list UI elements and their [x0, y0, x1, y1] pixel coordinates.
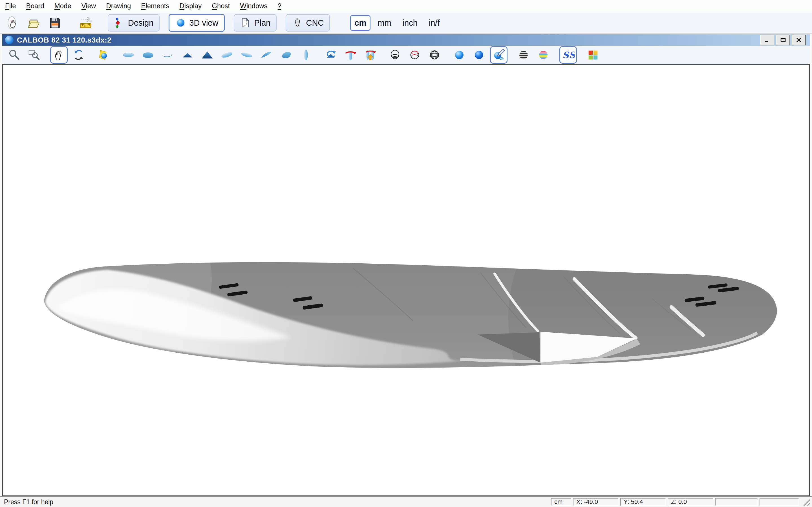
canvas-3d-viewport[interactable] [2, 64, 810, 496]
icon-edit-render [492, 48, 505, 61]
status-help-text: Press F1 for help [2, 498, 53, 506]
lighting-button[interactable] [95, 46, 112, 64]
view-top-outline-button[interactable] [119, 46, 137, 64]
render-shaded-button[interactable] [470, 46, 488, 64]
icon-wireframe [389, 48, 402, 61]
view-bottom-button[interactable] [139, 46, 157, 64]
menu-item-ghost[interactable]: Ghost [212, 2, 230, 10]
status-panel-empty-4 [715, 498, 758, 506]
color-panels-button[interactable] [584, 46, 602, 64]
dimensions-button[interactable] [77, 14, 94, 32]
application-window: FileBoardModeViewDrawingElementsDisplayG… [0, 0, 812, 507]
unit-mm-button[interactable]: mm [373, 15, 395, 31]
unit-cm-button[interactable]: cm [350, 15, 370, 31]
status-panel-x: X: -49.0 [573, 498, 619, 506]
icon-rotate-view [324, 48, 337, 61]
menu-item-elements[interactable]: Elements [141, 2, 169, 10]
icon-plan-sheet [240, 17, 251, 29]
zoom-button[interactable] [6, 46, 23, 64]
contour-gray-button[interactable] [515, 46, 532, 64]
menu-item-windows[interactable]: Windows [240, 2, 267, 10]
icon-stripes-gray [517, 48, 530, 61]
close-button[interactable] [792, 35, 806, 45]
close-icon [796, 38, 802, 43]
render-design-button[interactable] [490, 46, 507, 64]
icon-open-folder [27, 16, 41, 30]
view-rocker-button[interactable] [159, 46, 176, 64]
menu-item-display[interactable]: Display [180, 2, 202, 10]
zoom-window-button[interactable] [26, 46, 43, 64]
maximize-button[interactable] [776, 35, 790, 45]
icon-view-quarter-left [260, 48, 273, 61]
plan-button-label: Plan [254, 18, 270, 27]
rotate-3d-button[interactable] [70, 46, 87, 64]
design-button-label: Design [128, 18, 153, 27]
view-quarter-right-button[interactable] [277, 46, 295, 64]
icon-pan-hand [52, 48, 65, 61]
mesh-button[interactable] [426, 46, 443, 64]
icon-cnc-tool [292, 17, 303, 29]
open-button[interactable] [25, 14, 42, 32]
icon-design-nodes [114, 17, 125, 29]
minimize-button[interactable] [760, 35, 774, 45]
plan-button[interactable]: Plan [234, 14, 276, 32]
icon-save-floppy [47, 16, 61, 30]
wireframe-button[interactable] [386, 46, 404, 64]
save-button[interactable] [46, 14, 63, 32]
contour-color-button[interactable] [535, 46, 552, 64]
icon-ss-curves [562, 48, 574, 61]
status-panel-cm: cm [551, 498, 571, 506]
icon-stripes-color [537, 48, 550, 61]
menu-item-view[interactable]: View [82, 2, 96, 10]
unit-inch-button[interactable]: inch [398, 15, 422, 31]
render-smooth-button[interactable] [451, 46, 468, 64]
icon-color-squares [587, 48, 599, 61]
unit-inf-button[interactable]: in/f [424, 15, 444, 31]
wireframe-red-button[interactable] [406, 46, 423, 64]
rotate-view-button[interactable] [322, 46, 340, 64]
icon-mesh [428, 48, 441, 61]
menu-item-drawing[interactable]: Drawing [106, 2, 131, 10]
board-3d-render [3, 65, 809, 496]
document-titlebar[interactable]: CALBOB 82 31 120.s3dx:2 [2, 34, 810, 46]
icon-spin-vertical [364, 48, 377, 61]
design-button[interactable]: Design [108, 14, 160, 32]
menu-bar: FileBoardModeViewDrawingElementsDisplayG… [0, 0, 812, 12]
view-quarter-left-button[interactable] [258, 46, 275, 64]
view-plan-vertical-button[interactable] [297, 46, 315, 64]
document-icon [5, 36, 13, 44]
view-3d-button[interactable]: 3D view [168, 14, 225, 32]
resize-grip[interactable] [801, 498, 810, 506]
pan-button[interactable] [50, 46, 68, 64]
view-3d-button-label: 3D view [189, 18, 218, 27]
icon-zoom-window [28, 48, 41, 61]
spin-vertical-button[interactable] [361, 46, 379, 64]
new-board-button[interactable] [4, 14, 21, 32]
view-front-button[interactable] [179, 46, 196, 64]
icon-sphere-light [453, 48, 466, 61]
icon-view-bottom [142, 48, 154, 61]
icon-sphere-3d [175, 17, 186, 29]
spin-horizontal-button[interactable] [342, 46, 359, 64]
curvature-button[interactable] [559, 46, 577, 64]
icon-rotate-3d [72, 48, 85, 61]
icon-sphere-blue [472, 48, 486, 61]
view-back-button[interactable] [199, 46, 216, 64]
view-perspective-right-button[interactable] [238, 46, 255, 64]
icon-spin-horizontal [344, 48, 357, 61]
menu-item-board[interactable]: Board [26, 2, 44, 10]
view-perspective-left-button[interactable] [218, 46, 236, 64]
document-title: CALBOB 82 31 120.s3dx:2 [17, 36, 111, 45]
icon-view-persp-right [240, 48, 253, 61]
unit-selector: cmmminchin/f [350, 15, 444, 31]
menu-item-mode[interactable]: Mode [54, 2, 71, 10]
status-panel-empty-5 [760, 498, 799, 506]
minimize-icon [764, 38, 770, 43]
status-bar: Press F1 for help cmX: -49.0Y: 50.4Z: 0.… [0, 496, 812, 507]
menu-item-file[interactable]: File [5, 2, 16, 10]
menu-item-help[interactable]: ? [278, 2, 282, 10]
icon-view-rocker [161, 48, 174, 61]
cnc-button[interactable]: CNC [286, 14, 330, 32]
icon-light-render [97, 48, 110, 61]
icon-view-persp-left [220, 48, 234, 61]
